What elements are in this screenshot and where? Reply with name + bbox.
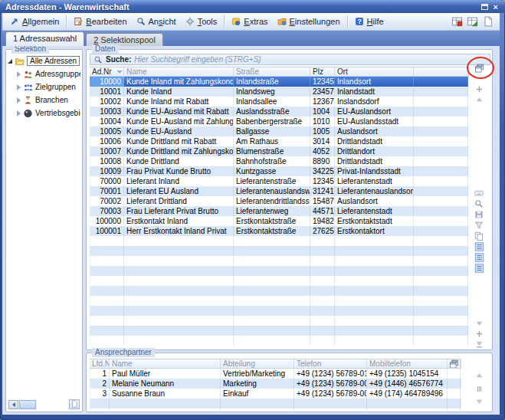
page-icon: [71, 400, 79, 409]
cell: +49 (1235) 1045154: [367, 369, 448, 379]
table-row[interactable]: 10001Kunde InlandInlandsweg23457Inlandst…: [90, 87, 468, 97]
filter-button[interactable]: [474, 220, 484, 230]
list-icon: [474, 242, 484, 251]
plus-button[interactable]: [474, 329, 484, 339]
table-row[interactable]: 10000Kunde Inland mit Zahlungskondition …: [90, 77, 468, 87]
tree-item-branchen[interactable]: Branchen: [8, 94, 80, 107]
expander-open-icon[interactable]: [8, 59, 12, 64]
column-header-telefon[interactable]: Telefon: [294, 359, 367, 368]
titlebar[interactable]: Adressdaten - Warenwirtschaft ×: [0, 0, 505, 13]
cell: Kuntzgasse: [234, 166, 310, 176]
cell: [234, 306, 310, 316]
tab-adressauswahl[interactable]: 1 Adressauswahl: [5, 31, 84, 46]
contact-row[interactable]: 1Paul MüllerVertrieb/Marketing+49 (1234)…: [90, 369, 461, 379]
copy-button[interactable]: [474, 231, 484, 241]
scroll-thumb[interactable]: [19, 400, 36, 409]
column-header-mobiltelefon[interactable]: Mobiltelefon: [367, 359, 448, 368]
cell: [90, 266, 124, 276]
table-row[interactable]: 100001Herr Erstkontakt Inland PrivatErst…: [90, 226, 468, 236]
table-row[interactable]: 10009Frau Privat Kunde BruttoKuntzgasse3…: [90, 166, 468, 176]
tree-item-adressgruppen[interactable]: Adressgruppen: [8, 67, 80, 80]
new-document-icon[interactable]: [482, 16, 494, 27]
table-row[interactable]: 10005Kunde EU-AuslandBallgasse1005Auslan…: [90, 126, 468, 136]
cell: Frau Privat Kunde Brutto: [124, 166, 234, 176]
contacts-column-chooser-cell[interactable]: [448, 359, 461, 368]
close-icon[interactable]: ×: [494, 4, 498, 10]
scroll-left-button[interactable]: [8, 400, 18, 409]
cell: 3014: [310, 136, 335, 146]
table-row[interactable]: 70002Lieferant DrittlandLieferantendritt…: [90, 196, 468, 206]
table-row[interactable]: 70001Lieferant EU AuslandLieferantenausl…: [90, 186, 468, 196]
column-header-plz[interactable]: Plz: [310, 67, 335, 76]
column-header-name[interactable]: Name: [124, 67, 234, 76]
cell: [335, 256, 414, 266]
tree-corner-button[interactable]: [69, 399, 80, 409]
magnifier-button[interactable]: [474, 199, 484, 208]
cell: Susanne Braun: [110, 389, 221, 399]
table-row[interactable]: 10003Kunde EU-Ausland mit RabattAuslands…: [90, 107, 468, 116]
cell: Lieferantenauslandsweg: [234, 186, 310, 196]
menu-einstellungen[interactable]: Einstellungen: [273, 15, 345, 28]
table-import-icon[interactable]: [467, 16, 478, 27]
menu-separator: [347, 15, 348, 28]
tree-item-vertriebsgebiete[interactable]: Vertriebsgebiete: [8, 107, 80, 120]
list-button[interactable]: [474, 263, 484, 273]
cell: Marketing: [221, 379, 294, 389]
cell: Auslandsort: [335, 126, 414, 136]
table-row[interactable]: 70000Lieferant InlandLieferantenstraße12…: [90, 176, 468, 186]
save-button[interactable]: [474, 209, 484, 219]
cell: [234, 236, 310, 246]
column-header-abteilung[interactable]: Abteilung: [221, 359, 294, 368]
contact-row[interactable]: 3Susanne BraunEinkauf+49 (1234) 56789-00…: [90, 389, 461, 399]
cell: EU-Auslandsstadt: [335, 116, 414, 126]
search-input[interactable]: Suche: Hier Suchbegriff eingeben (STRG+S…: [90, 54, 490, 65]
menu-allgemein[interactable]: Allgemein: [5, 15, 64, 28]
table-row[interactable]: 10006Kunde Drittland mit RabattAm Rathau…: [90, 136, 468, 146]
cell: Lieferant EU Ausland: [124, 186, 234, 196]
restore-icon[interactable]: [481, 4, 488, 10]
last-button[interactable]: [474, 340, 484, 349]
table-row[interactable]: 70003Frau Lieferant Privat BruttoLiefera…: [90, 206, 468, 216]
expander-closed-icon[interactable]: [17, 110, 21, 116]
column-header-name[interactable]: Name: [110, 359, 221, 368]
cell: 10003: [90, 107, 124, 116]
magnifier-icon: [474, 199, 484, 208]
tree-item-zielgruppen[interactable]: Zielgruppen: [8, 80, 80, 94]
column-header-ort[interactable]: Ort: [335, 67, 414, 76]
cell: [414, 87, 468, 97]
expander-closed-icon[interactable]: [17, 71, 21, 77]
column-header-adnr[interactable]: Ad.Nr: [90, 67, 124, 76]
menu-extras[interactable]: Extras: [227, 15, 272, 28]
grip-button[interactable]: [474, 384, 484, 394]
copy-icon: [474, 231, 484, 241]
ansprechpartner-panel-title: Ansprechpartner: [92, 348, 155, 357]
table-row[interactable]: 10007Kunde Drittland mit Zahlungskonditi…: [90, 146, 468, 156]
cell: 123456: [310, 176, 335, 186]
expander-closed-icon[interactable]: [17, 97, 21, 103]
column-header-lfdnr[interactable]: Lfd.Nr.: [90, 359, 110, 368]
cell: [414, 146, 468, 156]
column-header-strae[interactable]: Straße: [234, 67, 310, 76]
down-button[interactable]: [474, 318, 484, 328]
tree-item-alle-adressen[interactable]: Alle Adressen: [8, 54, 80, 67]
table-row[interactable]: 10002Kunde Inland mit RabattInlandsallee…: [90, 97, 468, 107]
keyboard-button[interactable]: [474, 188, 484, 198]
down-button[interactable]: [474, 396, 484, 406]
list-button[interactable]: [474, 252, 484, 262]
menu-tools[interactable]: Tools: [181, 15, 222, 28]
cell: Erstkontaktstraße: [234, 226, 310, 236]
table-export-icon[interactable]: [451, 16, 463, 27]
up-button[interactable]: [474, 370, 484, 380]
table-row[interactable]: 10004Kunde EU-Ausland mit Zahlungskondti…: [90, 116, 468, 126]
table-row[interactable]: 100000Erstkontakt InlandErstkontaktstraß…: [90, 216, 468, 226]
plus-button[interactable]: [474, 84, 484, 94]
contact-row[interactable]: 2Melanie NeumannMarketing+49 (1234) 5678…: [90, 379, 461, 389]
menu-ansicht[interactable]: Ansicht: [132, 15, 181, 28]
up-button[interactable]: [474, 94, 484, 104]
list-button[interactable]: [474, 241, 484, 251]
table-row[interactable]: 10008Kunde DrittlandBahnhofstraße8890Dri…: [90, 156, 468, 166]
menu-bearbeiten[interactable]: Bearbeiten: [69, 15, 131, 28]
expander-closed-icon[interactable]: [17, 84, 21, 90]
menu-hilfe[interactable]: ?Hilfe: [350, 15, 389, 28]
tree-hscrollbar[interactable]: [8, 400, 36, 409]
